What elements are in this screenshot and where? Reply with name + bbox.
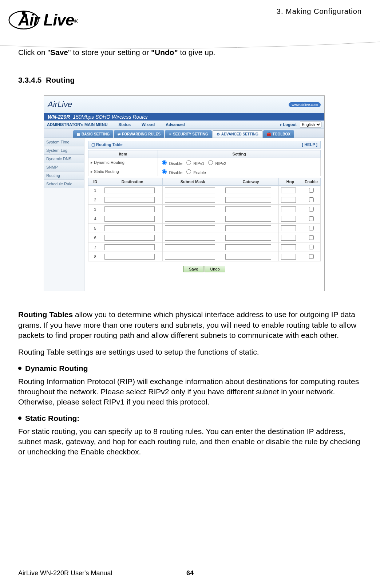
ss-gw-input[interactable] — [225, 188, 271, 193]
ss-hop-input[interactable] — [281, 206, 296, 212]
ss-row-dynamic-label: Dynamic Routing — [94, 160, 124, 165]
ss-tab-basic[interactable]: ▦BASIC SETTING — [73, 130, 113, 138]
bullet-static-routing: Static Routing: — [18, 414, 362, 423]
ss-dest-input[interactable] — [104, 206, 155, 212]
ss-side-routing[interactable]: Routing — [44, 171, 84, 180]
ss-th-item: Item — [88, 150, 158, 158]
ss-dest-input[interactable] — [104, 188, 155, 193]
ss-enable-checkbox[interactable] — [309, 235, 314, 240]
ss-mask-input[interactable] — [165, 254, 215, 260]
footer-manual-title: AirLive WN-220R User's Manual — [18, 569, 112, 577]
bullet-icon — [18, 417, 21, 420]
ss-help-link[interactable]: [ HELP ] — [302, 142, 317, 147]
static-routing-paragraph: For static routing, you can specify up t… — [18, 426, 362, 457]
ss-route-row: 4 — [88, 214, 321, 224]
ss-hop-input[interactable] — [281, 235, 296, 241]
ss-hop-input[interactable] — [281, 225, 296, 231]
ss-hop-input[interactable] — [281, 197, 296, 203]
ss-dyn-ripv1[interactable] — [186, 160, 191, 165]
routing-tables-paragraph: Routing Tables allow you to determine wh… — [18, 309, 362, 340]
ss-enable-checkbox[interactable] — [309, 197, 314, 202]
ss-route-row: 5 — [88, 224, 321, 233]
ss-th-setting: Setting — [158, 150, 321, 158]
intro-paragraph: Click on "Save" to store your setting or… — [18, 47, 362, 58]
ss-side-system-log[interactable]: System Log — [44, 146, 84, 155]
ss-dest-input[interactable] — [104, 225, 155, 231]
ss-mask-input[interactable] — [165, 216, 215, 222]
ss-gw-input[interactable] — [225, 244, 271, 250]
ss-gw-input[interactable] — [225, 254, 271, 260]
ss-route-row: 7 — [88, 242, 321, 252]
ss-side-schedule[interactable]: Schedule Rule — [44, 180, 84, 188]
section-heading: 3.3.4.5 Routing — [18, 76, 362, 84]
ss-logout[interactable]: Logout — [283, 122, 297, 127]
ss-gw-input[interactable] — [225, 206, 271, 212]
ss-col-gw: Gateway — [223, 178, 279, 186]
ss-menu-advanced[interactable]: Advanced — [166, 122, 185, 127]
ss-admin-label: ADMINISTRATOR's MAIN MENU — [47, 122, 108, 127]
dynamic-routing-paragraph-2: Otherwise, please select RIPv1 if you ne… — [18, 397, 362, 407]
ss-hop-input[interactable] — [281, 244, 296, 250]
ss-col-hop: Hop — [279, 178, 302, 186]
ss-dyn-ripv2[interactable] — [208, 160, 213, 165]
ss-route-row: 1 — [88, 186, 321, 195]
ss-dyn-disable[interactable] — [162, 160, 167, 165]
ss-route-row: 3 — [88, 205, 321, 214]
ss-side-ddns[interactable]: Dynamic DNS — [44, 155, 84, 163]
routing-settings-paragraph: Routing Table settings are settings used… — [18, 347, 362, 357]
ss-side-system-time[interactable]: System Time — [44, 138, 84, 146]
ss-mask-input[interactable] — [165, 244, 215, 250]
ss-enable-checkbox[interactable] — [309, 207, 314, 212]
ss-stat-disable[interactable] — [162, 169, 167, 174]
ss-side-snmp[interactable]: SNMP — [44, 163, 84, 171]
ss-stat-enable[interactable] — [186, 169, 191, 174]
ss-gw-input[interactable] — [225, 197, 271, 203]
ss-mask-input[interactable] — [165, 206, 215, 212]
ss-undo-button[interactable]: Undo — [205, 266, 225, 272]
ss-mask-input[interactable] — [165, 197, 215, 203]
ss-dest-input[interactable] — [104, 254, 155, 260]
ss-tab-forwarding[interactable]: ⇄FORWARDING RULES — [114, 130, 164, 138]
ss-tab-security[interactable]: ✦SECURITY SETTING — [165, 130, 212, 138]
footer-page-number: 64 — [186, 569, 194, 577]
ss-model: WN-220R — [48, 114, 70, 120]
ss-dest-input[interactable] — [104, 244, 155, 250]
ss-col-dest: Destination — [102, 178, 163, 186]
ss-tab-advanced[interactable]: ⚙ADVANCED SETTING — [213, 130, 262, 138]
router-ui-screenshot: AirLive www.airlive.com WN-220R 150Mbps … — [44, 95, 325, 291]
ss-tab-toolbox[interactable]: 🧰TOOLBOX — [263, 130, 294, 138]
ss-menu-status[interactable]: Status — [119, 122, 131, 127]
svg-point-1 — [22, 11, 26, 15]
ss-enable-checkbox[interactable] — [309, 226, 314, 230]
ss-gw-input[interactable] — [225, 225, 271, 231]
ss-hop-input[interactable] — [281, 188, 296, 193]
ss-enable-checkbox[interactable] — [309, 188, 314, 193]
ss-hop-input[interactable] — [281, 216, 296, 222]
ss-mask-input[interactable] — [165, 225, 215, 231]
ss-mask-input[interactable] — [165, 235, 215, 241]
ss-language-select[interactable]: English — [300, 122, 321, 127]
ss-route-row: 2 — [88, 195, 321, 205]
ss-col-enable: Enable — [302, 178, 320, 186]
ss-mask-input[interactable] — [165, 188, 215, 193]
ss-save-button[interactable]: Save — [183, 266, 203, 272]
ss-col-id: ID — [88, 178, 102, 186]
bullet-icon — [18, 367, 21, 370]
ss-gw-input[interactable] — [225, 216, 271, 222]
ss-dest-input[interactable] — [104, 197, 155, 203]
ss-hop-input[interactable] — [281, 254, 296, 260]
ss-route-row: 8 — [88, 252, 321, 261]
ss-static-routing-options: Disable Enable — [158, 167, 321, 176]
ss-enable-checkbox[interactable] — [309, 254, 314, 259]
chapter-title: 3. Making Configuration — [277, 7, 362, 16]
ss-url-pill: www.airlive.com — [289, 102, 321, 107]
ss-enable-checkbox[interactable] — [309, 245, 314, 249]
ss-panel-title: Routing Table — [96, 142, 123, 147]
ss-dest-input[interactable] — [104, 216, 155, 222]
bullet-dynamic-routing: Dynamic Routing — [18, 364, 362, 373]
ss-enable-checkbox[interactable] — [309, 216, 314, 221]
ss-gw-input[interactable] — [225, 235, 271, 241]
ss-dest-input[interactable] — [104, 235, 155, 241]
ss-row-static-label: Static Routing — [94, 169, 119, 174]
ss-menu-wizard[interactable]: Wizard — [142, 122, 155, 127]
